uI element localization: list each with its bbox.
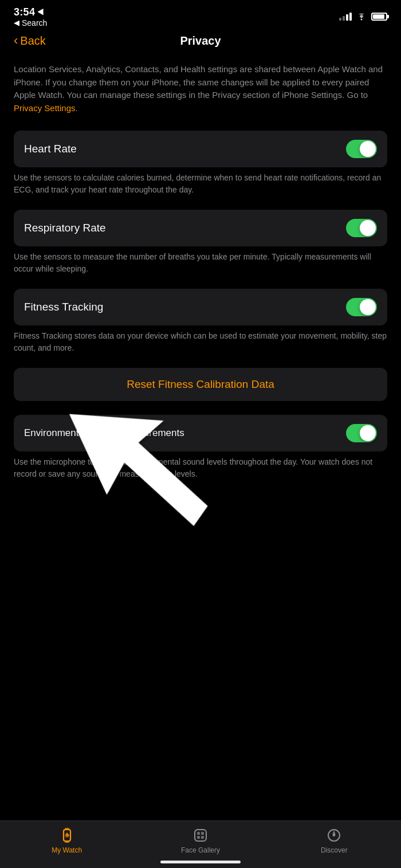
heart-rate-row: Heart Rate [14, 131, 387, 167]
svg-rect-5 [195, 830, 206, 841]
location-icon [38, 8, 45, 16]
privacy-settings-link[interactable]: Privacy Settings [14, 103, 76, 113]
respiratory-rate-row: Respiratory Rate [14, 210, 387, 246]
toggle-knob [360, 141, 376, 157]
fitness-tracking-label: Fitness Tracking [24, 301, 103, 313]
reset-fitness-button[interactable]: Reset Fitness Calibration Data [14, 368, 387, 401]
page-title: Privacy [180, 34, 221, 48]
search-label[interactable]: ◀ Search [14, 18, 47, 28]
back-label: Back [20, 34, 45, 48]
status-left: 3:54 ◀ Search [14, 6, 47, 28]
status-time: 3:54 [14, 6, 47, 18]
heart-rate-toggle[interactable] [346, 140, 377, 158]
status-right [339, 13, 387, 21]
svg-rect-2 [65, 828, 69, 830]
face-gallery-icon [192, 827, 209, 844]
discover-icon [325, 827, 343, 844]
toggle-knob [360, 425, 376, 441]
respiratory-rate-toggle[interactable] [346, 219, 377, 237]
fitness-tracking-description: Fitness Tracking stores data on your dev… [14, 330, 387, 354]
tab-my-watch[interactable]: My Watch [0, 827, 133, 854]
toggle-knob [360, 299, 376, 315]
discover-tab-label: Discover [321, 846, 348, 854]
svg-rect-9 [201, 836, 204, 839]
battery-icon [371, 13, 387, 21]
chevron-left-icon: ‹ [14, 33, 18, 48]
tab-face-gallery[interactable]: Face Gallery [133, 827, 267, 854]
svg-rect-8 [197, 836, 200, 839]
status-bar: 3:54 ◀ Search [0, 0, 401, 29]
respiratory-rate-description: Use the sensors to measure the number of… [14, 251, 387, 275]
signal-icon [339, 13, 352, 21]
tab-discover[interactable]: Discover [268, 827, 401, 854]
fitness-tracking-row: Fitness Tracking [14, 289, 387, 325]
home-indicator [160, 861, 241, 863]
nav-bar: ‹ Back Privacy [0, 29, 401, 57]
intro-text: Location Services, Analytics, Contacts, … [14, 57, 387, 115]
main-content: Location Services, Analytics, Contacts, … [0, 57, 401, 815]
environmental-sound-label: Environmental Sound Measurements [24, 427, 184, 439]
wifi-icon [356, 13, 367, 21]
face-gallery-tab-label: Face Gallery [181, 846, 220, 854]
environmental-sound-description: Use the microphone to measure environmen… [14, 456, 387, 480]
environmental-sound-row: Environmental Sound Measurements [14, 415, 387, 451]
heart-rate-label: Heart Rate [24, 143, 77, 155]
reset-fitness-label: Reset Fitness Calibration Data [127, 378, 274, 390]
back-button[interactable]: ‹ Back [14, 33, 46, 48]
svg-rect-3 [65, 841, 69, 843]
my-watch-tab-label: My Watch [52, 846, 82, 854]
svg-rect-6 [197, 832, 200, 835]
time-display: 3:54 [14, 6, 35, 18]
fitness-tracking-toggle[interactable] [346, 298, 377, 316]
toggle-knob [360, 220, 376, 236]
respiratory-rate-label: Respiratory Rate [24, 222, 106, 234]
svg-rect-7 [201, 832, 204, 835]
svg-point-12 [333, 834, 335, 836]
my-watch-icon [58, 827, 76, 844]
environmental-sound-toggle[interactable] [346, 424, 377, 442]
heart-rate-description: Use the sensors to calculate calories bu… [14, 172, 387, 196]
